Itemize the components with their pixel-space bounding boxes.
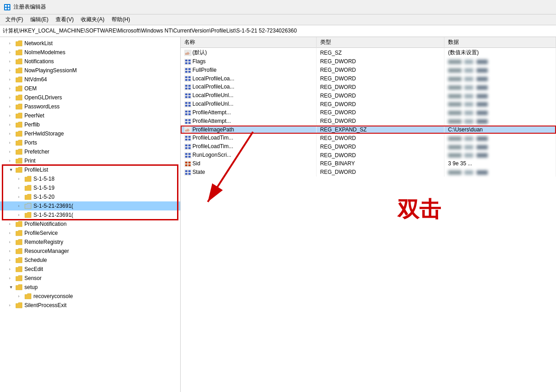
expand-icon[interactable]: › <box>9 256 15 264</box>
menu-view[interactable]: 查看(V) <box>52 15 77 24</box>
tree-item-PeerNet[interactable]: › PeerNet <box>0 111 180 120</box>
expand-icon[interactable]: › <box>9 103 15 111</box>
expand-icon[interactable]: › <box>9 265 15 273</box>
cell-type: REG_BINARY <box>316 159 444 168</box>
tree-item-S-1-5-21-23691-2[interactable]: › S-1-5-21-23691( <box>0 210 180 219</box>
tree-item-SilentProcessExit[interactable]: › SilentProcessExit <box>0 301 180 310</box>
tree-item-NoImeModelmes[interactable]: › NoImeModelmes <box>0 48 180 57</box>
expand-icon[interactable]: › <box>9 148 15 156</box>
expand-icon[interactable]: › <box>9 112 15 120</box>
tree-item-OpenGLDrivers[interactable]: › OpenGLDrivers <box>0 93 180 102</box>
table-row[interactable]: FullProfile REG_DWORD <box>181 66 556 75</box>
value-panel[interactable]: 名称 类型 数据 ab (默认) REG_SZ (数值未设置) Flags RE… <box>181 37 556 392</box>
tree-item-S-1-5-20[interactable]: › S-1-5-20 <box>0 192 180 201</box>
expand-icon[interactable]: › <box>9 220 15 228</box>
tree-item-label: ResourceManager <box>24 247 69 255</box>
table-row[interactable]: ProfileAttempt... REG_DWORD <box>181 108 556 117</box>
svg-rect-40 <box>185 113 187 115</box>
col-data: 数据 <box>444 37 556 48</box>
tree-item-S-1-5-18[interactable]: › S-1-5-18 <box>0 174 180 183</box>
folder-icon <box>24 194 32 200</box>
tree-item-S-1-5-19[interactable]: › S-1-5-19 <box>0 183 180 192</box>
table-row[interactable]: LocalProfileUnl... REG_DWORD <box>181 91 556 100</box>
expand-icon[interactable]: › <box>9 48 15 56</box>
svg-rect-8 <box>185 60 187 61</box>
expand-icon[interactable]: › <box>18 202 24 210</box>
expand-icon[interactable]: › <box>18 292 24 300</box>
collapse-icon[interactable]: ▼ <box>9 283 15 291</box>
tree-item-Prefetcher[interactable]: › Prefetcher <box>0 147 180 156</box>
menu-favorites[interactable]: 收藏夹(A) <box>77 15 108 24</box>
table-row[interactable]: LocalProfileUnl... REG_DWORD <box>181 100 556 108</box>
tree-item-S-1-5-21-23691-1[interactable]: › S-1-5-21-23691( <box>0 201 180 210</box>
expand-icon[interactable]: › <box>9 75 15 84</box>
svg-rect-58 <box>188 147 191 149</box>
tree-item-label: setup <box>24 283 37 291</box>
menu-file[interactable]: 文件(F) <box>2 15 27 24</box>
tree-item-NetworkList[interactable]: › NetworkList <box>0 39 180 48</box>
expand-icon[interactable]: › <box>9 229 15 237</box>
table-row[interactable]: ab (默认) REG_SZ (数值未设置) <box>181 48 556 58</box>
expand-icon[interactable]: › <box>9 247 15 255</box>
tree-panel[interactable]: › NetworkList› NoImeModelmes› Notificati… <box>0 37 181 392</box>
expand-icon[interactable]: › <box>9 139 15 147</box>
tree-item-Sensor[interactable]: › Sensor <box>0 274 180 283</box>
folder-icon <box>15 158 23 164</box>
expand-icon[interactable]: › <box>9 274 15 282</box>
tree-item-ProfileList[interactable]: ▼ ProfileList <box>0 165 180 174</box>
table-header: 名称 类型 数据 <box>181 37 556 48</box>
cell-data <box>444 100 556 108</box>
expand-icon[interactable]: › <box>9 121 15 129</box>
tree-item-Ports[interactable]: › Ports <box>0 138 180 147</box>
table-row[interactable]: ab ProfileImagePath REG_EXPAND_SZ C:\Use… <box>181 126 556 134</box>
cell-type: REG_DWORD <box>316 142 444 151</box>
expand-icon[interactable]: › <box>9 66 15 75</box>
expand-icon[interactable]: › <box>9 301 15 309</box>
expand-icon[interactable]: › <box>9 84 15 93</box>
expand-icon[interactable]: › <box>9 157 15 165</box>
expand-icon[interactable]: › <box>9 39 15 47</box>
tree-item-setup[interactable]: ▼ setup <box>0 283 180 292</box>
tree-item-ProfileNotification[interactable]: › ProfileNotification <box>0 219 180 229</box>
expand-icon[interactable]: › <box>18 184 24 192</box>
table-row[interactable]: ProfileLoadTim... REG_DWORD <box>181 142 556 151</box>
menu-edit[interactable]: 编辑(E) <box>27 15 52 24</box>
tree-item-Notifications[interactable]: › Notifications <box>0 57 180 66</box>
tree-item-SecEdit[interactable]: › SecEdit <box>0 265 180 274</box>
svg-text:ab: ab <box>185 51 190 56</box>
table-row[interactable]: LocalProfileLoa... REG_DWORD <box>181 75 556 83</box>
expand-icon[interactable]: › <box>9 130 15 138</box>
tree-item-recoveryconsole[interactable]: › recoveryconsole <box>0 292 180 301</box>
tree-item-RemoteRegistry[interactable]: › RemoteRegistry <box>0 238 180 247</box>
expand-icon[interactable]: › <box>9 93 15 102</box>
expand-icon[interactable]: › <box>18 175 24 183</box>
tree-item-NowPlayingSessionM[interactable]: › NowPlayingSessionM <box>0 66 180 75</box>
menu-help[interactable]: 帮助(H) <box>108 15 134 24</box>
tree-item-Perflib[interactable]: › Perflib <box>0 120 180 129</box>
table-row[interactable]: LocalProfileLoa... REG_DWORD <box>181 83 556 91</box>
tree-item-NtVdm64[interactable]: › NtVdm64 <box>0 75 180 84</box>
table-row[interactable]: ProfileLoadTim... REG_DWORD <box>181 134 556 142</box>
svg-rect-62 <box>185 156 187 158</box>
table-row[interactable]: State REG_DWORD <box>181 168 556 177</box>
table-row[interactable]: Sid REG_BINARY 3 9e 35 ... <box>181 159 556 168</box>
table-row[interactable]: RunLogonScri... REG_DWORD <box>181 151 556 159</box>
tree-item-ResourceManager[interactable]: › ResourceManager <box>0 247 180 256</box>
collapse-icon[interactable]: ▼ <box>9 166 15 174</box>
expand-icon[interactable]: › <box>18 193 24 201</box>
folder-icon <box>15 76 23 83</box>
tree-item-OEM[interactable]: › OEM <box>0 84 180 93</box>
tree-item-Print[interactable]: › Print <box>0 156 180 165</box>
tree-item-PasswordLess[interactable]: › PasswordLess <box>0 102 180 111</box>
table-row[interactable]: ProfileAttempt... REG_DWORD <box>181 117 556 126</box>
cell-data <box>444 151 556 159</box>
expand-icon[interactable]: › <box>9 238 15 246</box>
folder-icon <box>15 275 23 281</box>
expand-icon[interactable]: › <box>18 211 24 219</box>
tree-item-PerHwldStorage[interactable]: › PerHwldStorage <box>0 129 180 138</box>
tree-item-ProfileService[interactable]: › ProfileService <box>0 229 180 238</box>
expand-icon[interactable]: › <box>9 57 15 65</box>
tree-item-Schedule[interactable]: › Schedule <box>0 256 180 265</box>
table-row[interactable]: Flags REG_DWORD <box>181 57 556 66</box>
addressbar: 计算机\HKEY_LOCAL_MACHINE\SOFTWARE\Microsof… <box>0 25 556 37</box>
